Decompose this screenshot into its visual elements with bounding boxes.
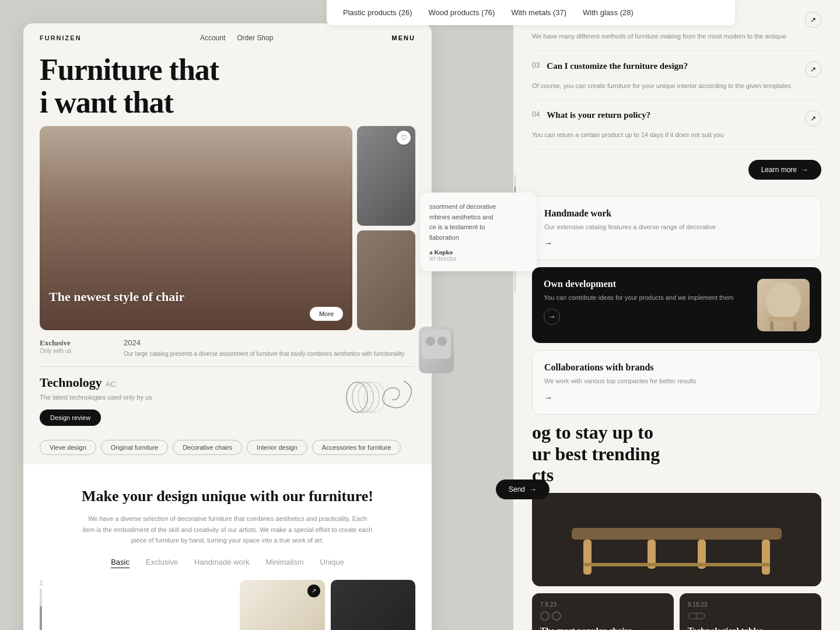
tech-title: Technology AC bbox=[40, 375, 336, 390]
faq-answer-2: Of course, you can create furniture for … bbox=[532, 81, 821, 92]
svg-rect-16 bbox=[770, 321, 774, 331]
tag-vieve[interactable]: Vieve design bbox=[40, 440, 96, 455]
svg-rect-17 bbox=[793, 321, 797, 331]
testimonial-card: ssortment of decorative mbines aesthetic… bbox=[420, 192, 537, 271]
tag-original[interactable]: Original furniture bbox=[101, 440, 168, 455]
collab-arrow[interactable]: → bbox=[544, 393, 552, 402]
send-line bbox=[443, 489, 490, 490]
tag-decorative[interactable]: Decorative chairs bbox=[173, 440, 242, 455]
collaborations-card: Collaborations with brands We work with … bbox=[532, 350, 821, 415]
launch-icon[interactable]: ↗ bbox=[307, 584, 320, 597]
tag-interior[interactable]: Interior design bbox=[247, 440, 307, 455]
exclusive-block: Exclusive Only with us bbox=[40, 338, 110, 354]
faq-answer-3: You can return a certain product up to 1… bbox=[532, 130, 821, 141]
pill-icon bbox=[688, 611, 705, 621]
tab-unique[interactable]: Unique bbox=[320, 558, 344, 568]
tab-basic[interactable]: Basic bbox=[111, 558, 130, 568]
hero-side-bottom bbox=[357, 230, 415, 330]
svg-point-13 bbox=[438, 337, 447, 346]
svg-point-14 bbox=[766, 282, 801, 320]
learn-more-arrow: → bbox=[802, 166, 808, 174]
hero-title-line1: Furniture that bbox=[40, 54, 415, 86]
tab-minimalism[interactable]: Minimalism bbox=[266, 558, 304, 568]
faq-question-3: What is your return policy? bbox=[547, 110, 800, 120]
faq-item-2: 03 Can I customize the furniture design?… bbox=[532, 61, 821, 100]
tech-ac: AC bbox=[106, 380, 116, 388]
testimonial-text: ssortment of decorative mbines aesthetic… bbox=[429, 202, 527, 243]
menu-button[interactable]: MENU bbox=[392, 34, 415, 41]
unique-title: Make your design unique with our furnitu… bbox=[40, 488, 415, 505]
nav-links: Account Order Shop bbox=[200, 34, 273, 42]
tab-exclusive[interactable]: Exclusive bbox=[146, 558, 178, 568]
hero-side-top: ♡ bbox=[357, 126, 415, 226]
hero-title-line2: i want that bbox=[40, 86, 415, 119]
product-side-image-2 bbox=[331, 580, 415, 630]
technology-text: Technology AC The latest technologies us… bbox=[40, 375, 336, 426]
own-dev-chair-image bbox=[757, 279, 810, 331]
faq-num-3: 04 bbox=[532, 110, 540, 118]
blog-date-1: 7.9.23 bbox=[540, 601, 666, 608]
hero-chair-image: The newest style of chair More bbox=[40, 126, 352, 330]
blog-card-2: 9.10.23 Technological tables Our secrets… bbox=[680, 593, 821, 630]
faq-section: 02 How is your furniture made? ↗ We have… bbox=[532, 12, 821, 180]
feature-own-dev-card: Own development You can contribute ideas… bbox=[532, 267, 821, 343]
faq-num-2: 03 bbox=[532, 61, 540, 69]
faq-question-2: Can I customize the furniture design? bbox=[547, 61, 800, 71]
svg-rect-23 bbox=[762, 540, 770, 575]
blog-date-2: 9.10.23 bbox=[688, 601, 813, 608]
faq-item-3: 04 What is your return policy? ↗ You can… bbox=[532, 110, 821, 149]
product-grid: 1 bbox=[40, 580, 415, 630]
hero-caption: The newest style of chair bbox=[49, 289, 184, 304]
product-number: 1 bbox=[40, 580, 233, 586]
send-area: Send → bbox=[443, 480, 550, 499]
product-main: 1 bbox=[40, 580, 233, 630]
small-product-svg bbox=[419, 327, 454, 373]
blog-cards: 7.9.23 The most popular chairs Only the … bbox=[532, 593, 821, 630]
own-dev-desc: You can contribute ideas for your produc… bbox=[544, 293, 749, 303]
product-tabs: Basic Exclusive Handmade work Minimalism… bbox=[40, 558, 415, 568]
tag-accessories[interactable]: Accessories for furniture bbox=[312, 440, 401, 455]
track-thumb bbox=[40, 606, 42, 630]
own-dev-chair-svg bbox=[757, 279, 810, 331]
learn-more-button[interactable]: Learn more → bbox=[748, 160, 821, 180]
send-button[interactable]: Send → bbox=[496, 480, 550, 499]
dropdown-metals[interactable]: With metals (37) bbox=[511, 8, 566, 17]
blog-card-1: 7.9.23 The most popular chairs Only the … bbox=[532, 593, 674, 630]
svg-rect-24 bbox=[583, 563, 770, 566]
right-panel-inner: 02 How is your furniture made? ↗ We have… bbox=[513, 0, 840, 630]
blog-title-2: Technological tables bbox=[688, 625, 813, 630]
hero-media: The newest style of chair More ♡ bbox=[23, 119, 432, 330]
dropdown-menu-bar: Plastic products (26) Wood products (76)… bbox=[327, 0, 735, 25]
tags-row: Vieve design Original furniture Decorati… bbox=[23, 434, 432, 464]
dropdown-glass[interactable]: With glass (28) bbox=[583, 8, 634, 17]
svg-rect-15 bbox=[768, 317, 799, 321]
own-dev-title: Own development bbox=[544, 279, 749, 289]
collab-title: Collaborations with brands bbox=[544, 362, 809, 373]
feature-handmade-card: Handmade work Our extensive catalog feat… bbox=[532, 196, 821, 261]
unique-desc: We have a diverse selection of decorativ… bbox=[82, 513, 373, 546]
favorite-button[interactable]: ♡ bbox=[397, 131, 411, 145]
svg-rect-19 bbox=[572, 528, 782, 540]
faq-arrow-1[interactable]: ↗ bbox=[805, 12, 821, 28]
handmade-arrow[interactable]: → bbox=[544, 239, 552, 247]
icon-decoration-2 bbox=[688, 611, 813, 621]
dropdown-wood[interactable]: Wood products (76) bbox=[429, 8, 495, 17]
send-arrow: → bbox=[530, 485, 537, 494]
technology-row: Technology AC The latest technologies us… bbox=[23, 375, 432, 434]
blog-heading: og to stay up to ur best trending cts bbox=[532, 422, 821, 486]
testimonial-author: a Kopko bbox=[429, 249, 527, 256]
faq-arrow-3[interactable]: ↗ bbox=[805, 110, 821, 127]
tab-handmade[interactable]: Handmade work bbox=[194, 558, 250, 568]
year-text: 2024 bbox=[124, 338, 415, 347]
dropdown-plastic[interactable]: Plastic products (26) bbox=[343, 8, 412, 17]
icon-circle-1 bbox=[540, 611, 550, 621]
nav-account[interactable]: Account bbox=[200, 34, 225, 42]
own-dev-arrow[interactable]: → bbox=[544, 309, 560, 325]
hero-more-button[interactable]: More bbox=[310, 307, 343, 321]
faq-arrow-2[interactable]: ↗ bbox=[805, 61, 821, 78]
design-review-button[interactable]: Design review bbox=[40, 410, 101, 426]
nav-order-shop[interactable]: Order Shop bbox=[237, 34, 273, 42]
product-float-image bbox=[419, 327, 454, 373]
decoration-circles bbox=[345, 375, 415, 422]
site-logo: FURNIZEN bbox=[40, 34, 82, 41]
